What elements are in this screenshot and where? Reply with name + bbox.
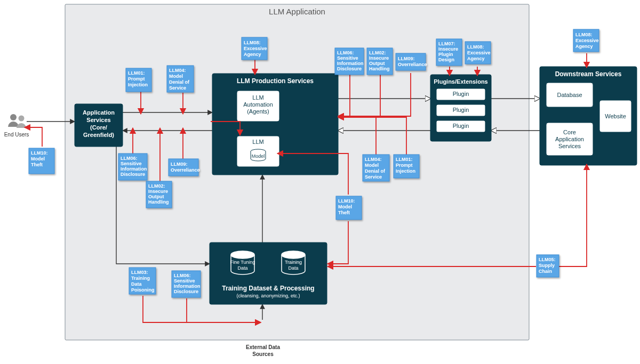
svg-text:Plugin: Plugin: [453, 107, 469, 113]
svg-text:Automation: Automation: [243, 101, 273, 108]
svg-text:Insecure: Insecure: [148, 189, 168, 194]
sticky-llm09a: LLM09: Overreliance: [169, 159, 200, 176]
svg-text:Agency: Agency: [575, 44, 593, 49]
svg-text:Chain: Chain: [539, 269, 552, 274]
svg-text:LLM06:: LLM06:: [337, 50, 354, 55]
svg-point-0: [10, 114, 17, 120]
svg-text:Overreliance: Overreliance: [398, 62, 427, 67]
sticky-llm02a: LLM02: Insecure Output Handling: [146, 181, 172, 208]
svg-text:Agency: Agency: [244, 52, 261, 57]
svg-text:LLM01:: LLM01:: [128, 70, 145, 76]
sticky-llm02b: LLM02: Insecure Output Handling: [367, 48, 393, 75]
svg-text:(cleansing, anonymizing, etc.): (cleansing, anonymizing, etc.): [236, 293, 300, 298]
svg-text:Disclosure: Disclosure: [174, 289, 198, 294]
svg-text:Information: Information: [121, 166, 147, 172]
svg-text:Supply: Supply: [539, 263, 555, 268]
sticky-llm06a: LLM06: Sensitive Information Disclosure: [118, 153, 147, 180]
sticky-llm10a: LLM10: Model Theft: [29, 148, 54, 174]
svg-text:Sensitive: Sensitive: [337, 55, 358, 61]
svg-text:Output: Output: [148, 194, 164, 199]
svg-text:LLM02:: LLM02:: [148, 183, 165, 189]
svg-text:LLM: LLM: [252, 94, 263, 101]
svg-text:LLM08:: LLM08:: [575, 32, 593, 37]
svg-text:LLM06:: LLM06:: [174, 273, 191, 278]
svg-text:Theft: Theft: [338, 210, 350, 215]
svg-text:Service: Service: [169, 85, 186, 91]
svg-text:Excessive: Excessive: [244, 46, 267, 51]
svg-text:Service: Service: [365, 174, 382, 180]
application-services-box: Application Services (Core/ Greenfield): [75, 104, 123, 147]
svg-text:Information: Information: [174, 284, 201, 289]
svg-text:Sources: Sources: [252, 351, 274, 357]
end-users-label: End Users: [4, 132, 29, 137]
external-data-sources-label: External Data: [246, 344, 280, 350]
training-dataset-box: Fine Tuning Data Training Data Training …: [210, 242, 327, 304]
svg-text:LLM05:: LLM05:: [539, 257, 556, 262]
svg-text:Data: Data: [237, 265, 247, 271]
plugins-box: Plugins/Extensions Plugin Plugin Plugin: [430, 75, 491, 141]
end-users-icon: [8, 114, 26, 128]
svg-text:Plugin: Plugin: [438, 52, 453, 57]
svg-text:Overreliance: Overreliance: [171, 167, 200, 173]
svg-text:Disclosure: Disclosure: [337, 66, 362, 71]
svg-text:Denial of: Denial of: [365, 168, 386, 174]
svg-text:Application: Application: [83, 109, 115, 116]
svg-text:LLM08:: LLM08:: [244, 40, 261, 45]
sticky-llm07: LLM07: Insecure Plugin Design: [436, 39, 462, 66]
svg-text:Downstream Services: Downstream Services: [555, 70, 622, 78]
svg-text:Training: Training: [131, 276, 150, 281]
svg-text:Handling: Handling: [369, 66, 390, 71]
sticky-llm06c: LLM06: Sensitive Information Disclosure: [172, 271, 201, 297]
svg-text:LLM04:: LLM04:: [365, 157, 382, 162]
svg-text:Agency: Agency: [467, 56, 485, 61]
svg-text:LLM Production Services: LLM Production Services: [237, 77, 314, 85]
svg-text:LLM09:: LLM09:: [171, 161, 188, 167]
svg-text:(Agents): (Agents): [247, 108, 269, 115]
svg-text:Core: Core: [563, 129, 576, 135]
svg-point-20: [231, 251, 254, 258]
svg-text:Insecure: Insecure: [438, 46, 458, 52]
svg-text:Sensitive: Sensitive: [121, 161, 142, 166]
svg-text:Prompt: Prompt: [128, 76, 145, 82]
sticky-llm05: LLM05: Supply Chain: [537, 255, 559, 277]
sticky-llm01a: LLM01: Prompt Injection: [126, 68, 151, 92]
svg-text:Design: Design: [438, 57, 454, 62]
svg-text:Disclosure: Disclosure: [121, 172, 145, 177]
llm-production-services-box: LLM Production Services LLM Automation (…: [212, 74, 338, 175]
svg-text:Database: Database: [557, 92, 582, 98]
svg-text:LLM06:: LLM06:: [121, 156, 138, 161]
svg-text:Excessive: Excessive: [575, 38, 599, 43]
threat-arrow-llm05: [555, 164, 587, 266]
svg-text:Model: Model: [169, 74, 183, 79]
svg-text:Injection: Injection: [128, 82, 148, 87]
svg-text:LLM07:: LLM07:: [438, 41, 455, 46]
svg-text:Website: Website: [605, 113, 626, 119]
sticky-llm01b: LLM01: Prompt Injection: [394, 155, 419, 178]
svg-text:Fine Tuning: Fine Tuning: [230, 260, 255, 265]
svg-text:Insecure: Insecure: [369, 55, 389, 61]
svg-text:Output: Output: [369, 61, 385, 66]
svg-text:LLM03:: LLM03:: [131, 270, 148, 275]
svg-text:Prompt: Prompt: [396, 163, 413, 168]
frame-title: LLM Application: [269, 7, 325, 16]
svg-text:Data: Data: [131, 281, 142, 287]
svg-text:Denial of: Denial of: [169, 79, 190, 85]
svg-text:Handling: Handling: [148, 199, 169, 205]
sticky-llm04b: LLM04: Model Denial of Service: [363, 155, 389, 181]
svg-text:LLM01:: LLM01:: [396, 157, 413, 162]
svg-point-1: [19, 116, 25, 122]
svg-text:LLM08:: LLM08:: [467, 44, 484, 50]
svg-text:Model: Model: [31, 156, 45, 161]
svg-text:Injection: Injection: [396, 168, 415, 174]
svg-text:Theft: Theft: [31, 162, 43, 167]
downstream-services-box: Downstream Services Database Core Applic…: [540, 67, 637, 165]
svg-text:LLM09:: LLM09:: [398, 56, 415, 61]
sticky-llm06b: LLM06: Sensitive Information Disclosure: [335, 48, 364, 75]
svg-text:Application: Application: [555, 136, 584, 142]
svg-text:Greenfield): Greenfield): [83, 132, 114, 138]
svg-text:Model: Model: [365, 163, 379, 168]
svg-text:Model: Model: [252, 153, 265, 159]
svg-text:LLM10:: LLM10:: [31, 150, 48, 156]
sticky-llm08c: LLM08: Excessive Agency: [573, 29, 599, 52]
svg-text:Services: Services: [558, 143, 581, 149]
